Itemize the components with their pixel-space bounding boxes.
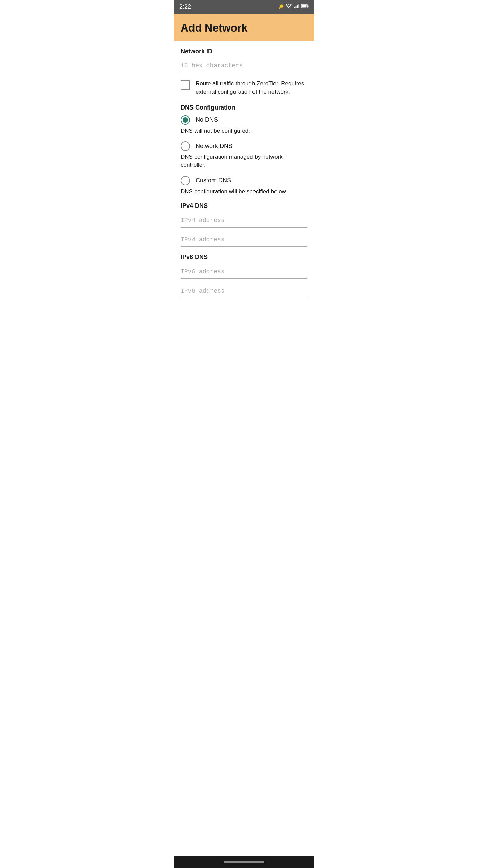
- network-id-label: Network ID: [181, 48, 307, 55]
- route-traffic-row: Route all traffic through ZeroTier. Requ…: [181, 80, 307, 96]
- no-dns-radio-inner: [183, 117, 188, 123]
- ipv4-address-input-2[interactable]: [181, 233, 307, 247]
- ipv4-address-input-1[interactable]: [181, 214, 307, 228]
- svg-rect-5: [308, 5, 309, 7]
- ipv6-dns-section: IPv6 DNS: [181, 254, 307, 298]
- network-id-section: Network ID: [181, 48, 307, 73]
- content-area: Network ID Route all traffic through Zer…: [174, 41, 314, 318]
- key-icon: 🔑: [278, 4, 284, 9]
- route-traffic-label: Route all traffic through ZeroTier. Requ…: [196, 80, 307, 96]
- app-header: Add Network: [174, 14, 314, 41]
- no-dns-description: DNS will not be configured.: [181, 127, 307, 135]
- network-id-input[interactable]: [181, 59, 307, 73]
- no-dns-radio[interactable]: [181, 115, 190, 125]
- svg-rect-0: [294, 7, 295, 8]
- ipv6-dns-label: IPv6 DNS: [181, 254, 307, 261]
- wifi-icon: [286, 4, 292, 10]
- radio-option-custom-dns: Custom DNS DNS configuration will be spe…: [181, 176, 307, 196]
- svg-rect-2: [297, 5, 298, 9]
- network-dns-row: Network DNS: [181, 141, 307, 151]
- signal-icon: [294, 4, 299, 10]
- dns-config-label: DNS Configuration: [181, 104, 307, 111]
- dns-config-section: DNS Configuration No DNS DNS will not be…: [181, 104, 307, 196]
- route-traffic-checkbox[interactable]: [181, 80, 190, 90]
- page-title: Add Network: [181, 22, 307, 34]
- network-dns-description: DNS configuration managed by network con…: [181, 153, 307, 169]
- ipv6-address-input-1[interactable]: [181, 265, 307, 279]
- network-dns-label: Network DNS: [196, 143, 232, 150]
- radio-option-network-dns: Network DNS DNS configuration managed by…: [181, 141, 307, 169]
- no-dns-label: No DNS: [196, 116, 218, 123]
- bottom-bar: [174, 856, 314, 868]
- svg-rect-1: [296, 6, 297, 8]
- radio-option-no-dns: No DNS DNS will not be configured.: [181, 115, 307, 135]
- status-time: 2:22: [179, 3, 191, 11]
- network-dns-radio[interactable]: [181, 141, 190, 151]
- svg-rect-3: [299, 4, 300, 8]
- ipv6-address-input-2[interactable]: [181, 284, 307, 298]
- custom-dns-label: Custom DNS: [196, 177, 231, 184]
- custom-dns-description: DNS configuration will be specified belo…: [181, 188, 307, 196]
- ipv4-dns-section: IPv4 DNS: [181, 202, 307, 247]
- no-dns-row: No DNS: [181, 115, 307, 125]
- svg-rect-6: [302, 5, 307, 8]
- battery-icon: [301, 4, 309, 10]
- status-icons: 🔑: [278, 4, 309, 10]
- ipv4-dns-label: IPv4 DNS: [181, 202, 307, 210]
- custom-dns-radio[interactable]: [181, 176, 190, 185]
- bottom-indicator: [224, 861, 264, 863]
- status-bar: 2:22 🔑: [174, 0, 314, 14]
- custom-dns-row: Custom DNS: [181, 176, 307, 185]
